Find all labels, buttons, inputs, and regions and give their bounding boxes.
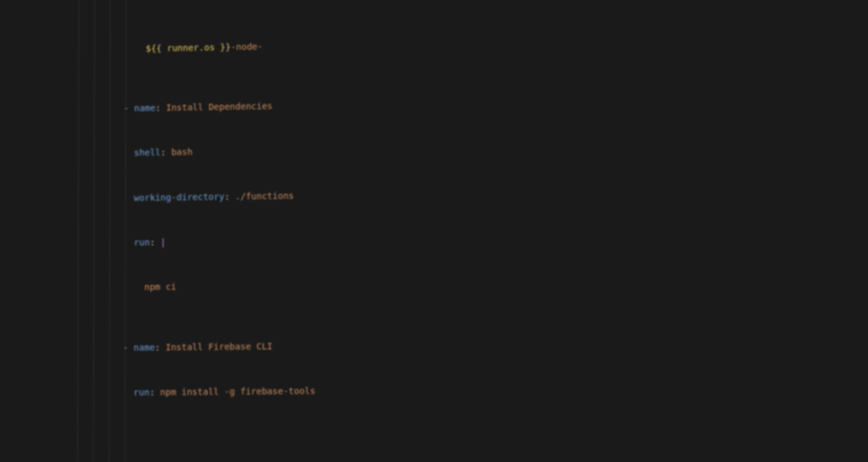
code-editor[interactable]: ${{ runner.os }}-node- - name: Install D… bbox=[0, 0, 868, 462]
code-line: run: npm install -g firebase-tools bbox=[79, 379, 868, 401]
blank-line bbox=[79, 440, 868, 461]
code-content: ${{ runner.os }}-node- - name: Install D… bbox=[75, 0, 868, 462]
code-line: npm ci bbox=[79, 272, 868, 296]
code-line: - name: Install Dependencies bbox=[79, 89, 868, 117]
code-line: working-directory: ./functions bbox=[79, 180, 868, 206]
code-line: ${{ runner.os }}-node- bbox=[80, 28, 868, 58]
code-line: run: | bbox=[79, 226, 868, 251]
code-line: - name: Install Firebase CLI bbox=[79, 333, 868, 356]
code-line: shell: bash bbox=[79, 134, 868, 161]
